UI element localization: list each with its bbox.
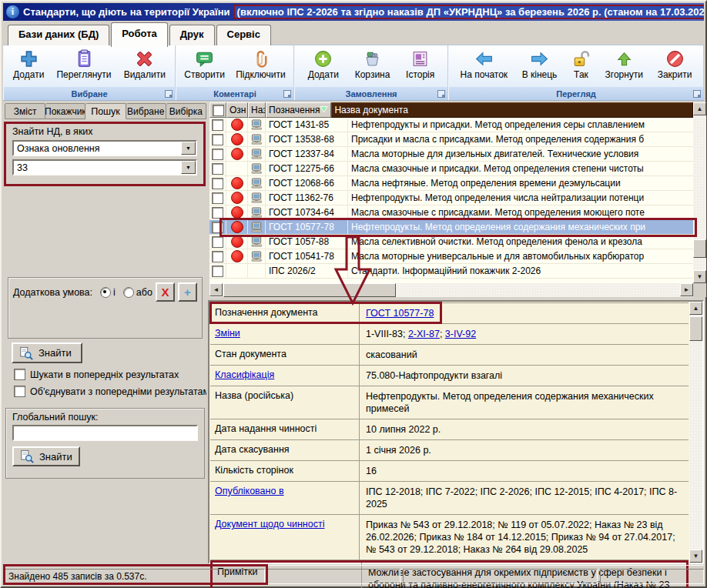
row-checkbox[interactable] xyxy=(212,163,223,175)
detail-label[interactable]: Документ щодо чинності xyxy=(210,515,360,560)
update-flag-icon xyxy=(231,250,243,262)
row-checkbox[interactable] xyxy=(212,134,223,145)
table-row[interactable]: ГОСТ 13538-68Присадки и масла с присадка… xyxy=(209,132,693,147)
collapse-icon xyxy=(615,49,634,68)
delete-button[interactable]: Видалити xyxy=(121,48,169,82)
menu-tab-бази-даних-бд[interactable]: Бази даних (БД) xyxy=(8,25,109,45)
dropdown-arrow-icon[interactable]: ▼ xyxy=(181,142,196,155)
scrollbar-thumb[interactable] xyxy=(689,316,702,341)
sidebar-tab-вибірка[interactable]: Вибірка xyxy=(166,103,206,119)
menu-tab-робота[interactable]: Робота xyxy=(111,22,168,47)
menu-tab-друк[interactable]: Друк xyxy=(169,25,215,45)
checkbox-icon[interactable] xyxy=(14,369,25,380)
lock-open-button[interactable]: Так xyxy=(568,48,594,82)
table-row[interactable]: ГОСТ 11362-76Нефтепродукты. Метод опреде… xyxy=(209,191,693,205)
radio-and[interactable]: і xyxy=(100,287,116,298)
close-button[interactable]: Закрити xyxy=(655,48,695,82)
row-checkbox[interactable] xyxy=(212,207,223,219)
row-checkbox-cell xyxy=(209,235,226,249)
details-vertical-scrollbar[interactable]: ▲ ▼ xyxy=(689,302,702,563)
detail-value-link[interactable]: 2-XI-87 xyxy=(408,329,440,339)
sidebar-tab-вибране[interactable]: Вибране xyxy=(126,103,166,119)
collapse-button[interactable]: Згорнути xyxy=(602,48,647,82)
condition-label: Додаткова умова: xyxy=(13,287,92,298)
row-checkbox[interactable] xyxy=(212,119,223,131)
sidebar-tab-пошук[interactable]: Пошук xyxy=(85,103,126,119)
find-button-label: Знайти xyxy=(39,347,72,359)
table-horizontal-scrollbar[interactable]: ◄ ► xyxy=(209,283,693,297)
basket-button[interactable]: Корзина xyxy=(352,48,394,82)
dialog-launcher-icon[interactable] xyxy=(693,90,701,98)
scrollbar-thumb[interactable] xyxy=(693,239,706,258)
order-add-button[interactable]: Додати xyxy=(305,48,342,82)
scroll-down-icon[interactable]: ▼ xyxy=(689,550,702,563)
scroll-left-icon[interactable]: ◄ xyxy=(209,283,223,296)
scroll-down-icon[interactable]: ▼ xyxy=(693,270,706,283)
dialog-launcher-icon[interactable] xyxy=(165,90,173,98)
global-search-group: Глобальний пошук: Знайти xyxy=(5,408,205,479)
table-row[interactable]: ГОСТ 10577-78Нефтепродукты. Метод опреде… xyxy=(209,220,693,235)
column-header-check[interactable] xyxy=(209,102,226,118)
table-vertical-scrollbar[interactable]: ▲ ▼ xyxy=(693,102,706,283)
dialog-launcher-icon[interactable] xyxy=(437,90,445,98)
go-start-button[interactable]: На початок xyxy=(457,48,511,82)
row-checkbox[interactable] xyxy=(212,222,223,233)
comment-button[interactable]: Створити xyxy=(181,48,228,82)
sidebar-tab-зміст[interactable]: Зміст xyxy=(5,103,45,119)
table-row[interactable]: ГОСТ 10734-64Масла смазочные с присадкам… xyxy=(209,205,693,220)
plus-button[interactable]: Додати xyxy=(10,48,47,82)
row-checkbox-cell xyxy=(209,176,226,190)
detail-label[interactable]: Опубліковано в xyxy=(210,482,360,514)
detail-label: Назва (російська) xyxy=(210,386,360,419)
row-checkbox[interactable] xyxy=(212,236,223,248)
table-row[interactable]: ГОСТ 10541-78Масла моторные универсальны… xyxy=(209,249,693,264)
header-checkbox[interactable] xyxy=(213,105,224,116)
column-header-designation[interactable]: Позначення xyxy=(266,102,331,118)
table-row[interactable]: ГОСТ 1057-88Масла селективной очистки. М… xyxy=(209,235,693,249)
row-checkbox[interactable] xyxy=(212,178,223,189)
row-text-available-cell xyxy=(248,249,266,263)
detail-value-link[interactable]: ГОСТ 10577-78 xyxy=(366,308,434,319)
column-header-ozn[interactable]: Озн xyxy=(226,102,248,118)
dialog-launcher-icon[interactable] xyxy=(283,90,291,98)
attach-button[interactable]: Підключити xyxy=(233,48,289,82)
row-checkbox[interactable] xyxy=(212,266,223,277)
global-search-input[interactable] xyxy=(12,425,198,441)
table-row[interactable]: ГОСТ 12275-66Масла смазочные и присадки.… xyxy=(209,162,693,176)
checkbox-icon[interactable] xyxy=(14,386,25,397)
scroll-up-icon[interactable]: ▲ xyxy=(689,302,702,315)
row-checkbox[interactable] xyxy=(212,192,223,204)
table-row[interactable]: ГОСТ 12337-84Масла моторные для дизельны… xyxy=(209,147,693,162)
search-value-dropdown[interactable]: 33 ▼ xyxy=(12,159,197,175)
row-designation: ГОСТ 12275-66 xyxy=(266,162,348,175)
menu-tab-сервіс[interactable]: Сервіс xyxy=(216,25,271,45)
table-row[interactable]: ІПС 2026/2Стандарти. Інформаційний покаж… xyxy=(209,264,693,279)
sidebar-tab-покажчик[interactable]: Покажчик xyxy=(45,103,85,119)
detail-label[interactable]: Класифікація xyxy=(210,366,360,386)
radio-or[interactable]: або xyxy=(123,287,152,298)
ribbon-group-caption: Перегляд xyxy=(449,87,703,100)
checkbox-merge-previous[interactable]: Об'єднувати з попередніми результатами xyxy=(14,386,206,397)
view-button[interactable]: Переглянути xyxy=(53,48,114,82)
scroll-right-icon[interactable]: ► xyxy=(680,283,693,296)
find-button[interactable]: Знайти xyxy=(12,342,82,363)
search-field-dropdown[interactable]: Ознака оновлення ▼ xyxy=(12,140,197,156)
scroll-up-icon[interactable]: ▲ xyxy=(693,102,706,115)
remove-condition-button[interactable]: X xyxy=(156,282,175,302)
add-condition-button[interactable]: + xyxy=(178,282,197,302)
row-checkbox[interactable] xyxy=(212,251,223,262)
detail-value-link[interactable]: 3-IV-92 xyxy=(445,329,476,339)
detail-label[interactable]: Зміни xyxy=(210,324,360,344)
checkbox-search-previous[interactable]: Шукати в попередніх результатах xyxy=(14,369,206,380)
dropdown-arrow-icon[interactable]: ▼ xyxy=(181,161,196,174)
global-find-button[interactable]: Знайти xyxy=(12,446,80,466)
table-row[interactable]: ГОСТ 1431-85Нефтепродукты и присадки. Ме… xyxy=(209,118,693,132)
table-row[interactable]: ГОСТ 12068-66Масла нефтяные. Метод опред… xyxy=(209,176,693,191)
row-checkbox[interactable] xyxy=(212,149,223,160)
go-end-button[interactable]: В кінець xyxy=(519,48,561,82)
column-header-name[interactable]: Назва документа xyxy=(331,102,693,118)
update-flag-icon xyxy=(231,236,243,248)
column-header-naz[interactable]: Наз xyxy=(248,102,266,118)
history-button[interactable]: Історія xyxy=(403,48,437,82)
scrollbar-thumb[interactable] xyxy=(223,283,396,297)
